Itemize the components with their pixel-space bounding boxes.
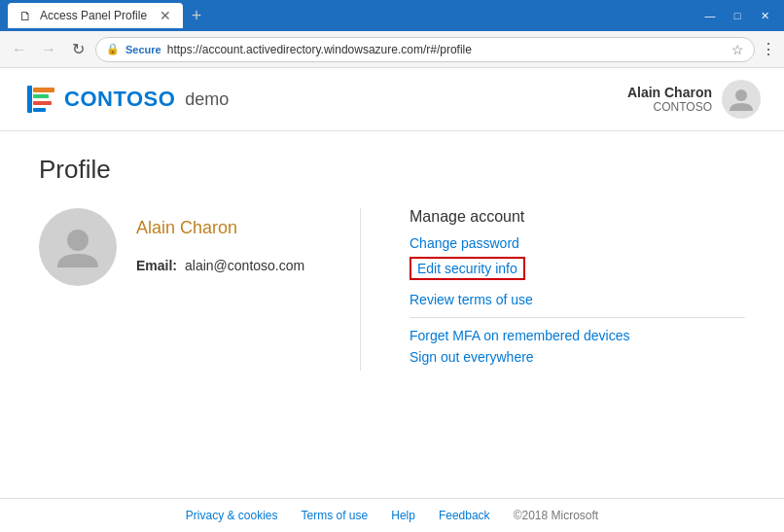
lock-icon: 🔒 — [106, 43, 120, 55]
profile-avatar — [39, 208, 117, 286]
forget-mfa-link[interactable]: Forget MFA on remembered devices — [410, 328, 745, 343]
help-link[interactable]: Help — [391, 509, 415, 522]
email-label: Email: — [136, 258, 177, 273]
edit-security-info-link[interactable]: Edit security info — [410, 257, 525, 280]
browser-tab[interactable]: 🗋 Access Panel Profile ✕ — [8, 3, 183, 28]
refresh-icon: ↻ — [72, 40, 85, 58]
svg-point-6 — [67, 230, 89, 251]
terms-of-use-link[interactable]: Terms of use — [302, 509, 369, 522]
user-info: Alain Charon CONTOSO — [627, 85, 712, 114]
feedback-link[interactable]: Feedback — [439, 509, 490, 522]
page-title: Profile — [39, 155, 745, 185]
header-avatar[interactable] — [722, 80, 761, 119]
secure-label: Secure — [125, 44, 161, 55]
manage-section: Manage account Change password Edit secu… — [410, 208, 745, 371]
back-icon: ← — [12, 41, 27, 58]
user-area: Alain Charon CONTOSO — [627, 80, 761, 119]
svg-rect-3 — [33, 101, 52, 105]
change-password-link[interactable]: Change password — [410, 235, 745, 251]
browser-menu-button[interactable]: ⋮ — [761, 40, 776, 58]
logo-demo: demo — [185, 89, 229, 110]
minimize-button[interactable]: — — [698, 8, 722, 23]
browser-toolbar: ← → ↻ 🔒 Secure https://account.activedir… — [0, 31, 784, 68]
profile-section: Alain Charon Email: alain@contoso.com Ma… — [39, 208, 745, 371]
forward-button[interactable]: → — [37, 38, 60, 61]
edit-security-info-wrapper: Edit security info — [410, 257, 745, 286]
manage-divider — [410, 317, 745, 318]
url-text: https://account.activedirectory.windowsa… — [167, 43, 472, 56]
svg-point-5 — [735, 89, 747, 101]
browser-titlebar: 🗋 Access Panel Profile ✕ + — □ ✕ — [0, 0, 784, 31]
refresh-button[interactable]: ↻ — [66, 38, 89, 61]
profile-name: Alain Charon — [136, 218, 304, 238]
avatar-icon — [728, 86, 755, 113]
tab-close-button[interactable]: ✕ — [160, 8, 171, 23]
privacy-cookies-link[interactable]: Privacy & cookies — [186, 509, 278, 522]
back-button[interactable]: ← — [8, 38, 31, 61]
tab-favicon: 🗋 — [19, 9, 32, 23]
window-controls: — □ ✕ — [698, 8, 776, 23]
star-icon[interactable]: ☆ — [731, 42, 744, 57]
address-bar[interactable]: 🔒 Secure https://account.activedirectory… — [95, 37, 755, 62]
close-button[interactable]: ✕ — [753, 8, 776, 23]
footer-copyright: ©2018 Microsoft — [514, 509, 599, 522]
main-content: Profile Alain Charon Email: alain@contos… — [0, 131, 784, 498]
tab-title: Access Panel Profile — [40, 9, 147, 22]
svg-rect-0 — [27, 86, 32, 113]
svg-rect-1 — [33, 88, 54, 92]
profile-left: Alain Charon Email: alain@contoso.com — [39, 208, 311, 286]
review-terms-link[interactable]: Review terms of use — [410, 292, 745, 307]
header-user-org: CONTOSO — [627, 100, 712, 114]
logo-text: CONTOSO — [64, 87, 175, 112]
profile-email-row: Email: alain@contoso.com — [136, 258, 304, 273]
email-value: alain@contoso.com — [185, 258, 304, 273]
app-header: CONTOSO demo Alain Charon CONTOSO — [0, 68, 784, 131]
header-user-name: Alain Charon — [627, 85, 712, 100]
forward-icon: → — [41, 41, 56, 58]
profile-info: Alain Charon Email: alain@contoso.com — [136, 208, 304, 273]
maximize-button[interactable]: □ — [726, 8, 749, 23]
logo-area: CONTOSO demo — [23, 82, 229, 117]
page-content: CONTOSO demo Alain Charon CONTOSO Profil… — [0, 68, 784, 532]
sign-out-everywhere-link[interactable]: Sign out everywhere — [410, 349, 745, 365]
contoso-logo-icon — [23, 82, 58, 117]
svg-rect-4 — [33, 108, 46, 112]
section-divider — [360, 208, 361, 371]
profile-avatar-icon — [53, 223, 102, 271]
footer: Privacy & cookies Terms of use Help Feed… — [0, 498, 784, 532]
svg-rect-2 — [33, 94, 49, 98]
manage-account-title: Manage account — [410, 208, 745, 226]
new-tab-button[interactable]: + — [183, 3, 210, 28]
new-tab-icon: + — [192, 6, 202, 26]
